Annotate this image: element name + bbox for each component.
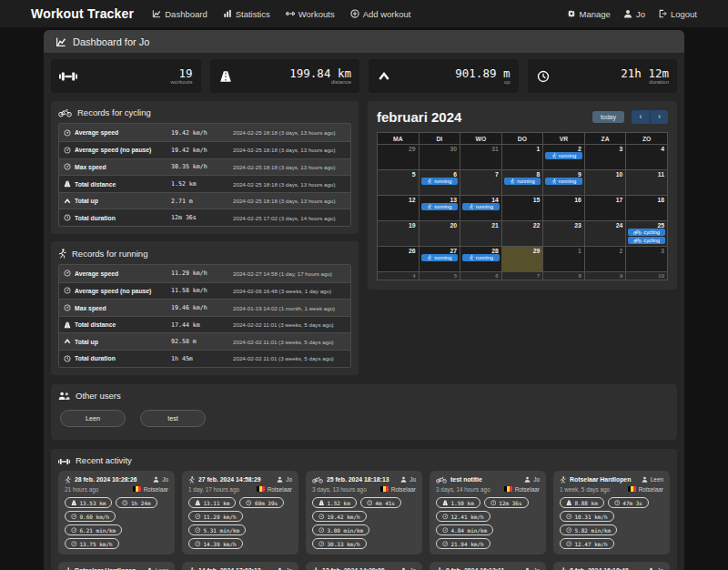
calendar-day-number: 21 (460, 221, 501, 229)
calendar-day-cell[interactable]: 9 (584, 272, 626, 280)
calendar-day-cell[interactable]: 8running (501, 170, 543, 196)
calendar-event-cycling[interactable]: cycling (628, 237, 665, 244)
activity-card[interactable]: 27 feb. 2024 14:58:29 Jo 1 day, 17 hours… (182, 471, 298, 555)
calendar-event-running[interactable]: running (545, 152, 582, 159)
calendar-day-cell[interactable]: 6 (460, 272, 502, 280)
calendar-day-cell[interactable]: 3 (584, 145, 626, 170)
duration-badge: 47m 3s (608, 497, 649, 508)
calendar-day-cell[interactable]: 5 (378, 170, 420, 196)
record-label: Average speed (no pause) (75, 288, 151, 294)
calendar-day-cell[interactable]: 5 (419, 272, 460, 280)
nav-item-user[interactable]: Jo (623, 9, 645, 19)
calendar-event-running[interactable]: running (504, 178, 541, 185)
nav-item-workouts[interactable]: Workouts (286, 9, 335, 19)
pace-badge: 5.31 min/km (188, 524, 246, 535)
calendar-day-cell[interactable]: 30 (419, 145, 460, 170)
activity-card[interactable]: Rotselaar Hardlopen Leen 1 week, 5 days … (553, 471, 670, 555)
records-cycling-title-text: Records for cycling (77, 107, 151, 117)
record-value: 2.71 m (171, 198, 233, 205)
bike-icon (633, 229, 642, 235)
activity-card[interactable]: 8 feb. 2024 16:18:40 Jo 2 weeks, 6 days … (553, 562, 670, 570)
calendar-event-running[interactable]: running (462, 254, 500, 261)
calendar-day-cell[interactable]: 11 (626, 170, 668, 196)
calendar-day-cell[interactable]: 13running (419, 196, 460, 221)
calendar-event-cycling[interactable]: cycling (628, 229, 665, 236)
user-button-Leen[interactable]: Leen (60, 410, 126, 427)
calendar-day-cell[interactable]: 21 (460, 221, 502, 247)
calendar-day-number: 28 (460, 247, 501, 254)
calendar-day-number: 22 (502, 221, 543, 229)
calendar-day-cell[interactable]: 19 (378, 221, 420, 247)
calendar-event-running[interactable]: running (421, 203, 459, 210)
calendar-day-cell[interactable]: 27running (419, 247, 460, 272)
calendar-day-cell[interactable]: 1 (501, 145, 543, 170)
record-value: 12m 36s (171, 214, 233, 221)
nav-item-dashboard[interactable]: Dashboard (152, 9, 207, 19)
calendar-day-number: 5 (378, 170, 419, 178)
calendar-today-button[interactable]: today (592, 111, 624, 123)
calendar-day-cell[interactable]: 10 (584, 170, 626, 196)
calendar-day-cell[interactable]: 22 (501, 221, 543, 247)
calendar-day-cell[interactable]: 18 (626, 196, 668, 221)
person-icon (623, 9, 632, 18)
nav-item-statistics[interactable]: Statistics (223, 9, 270, 19)
calendar-prev-button[interactable]: ‹ (632, 110, 650, 124)
calendar-day-cell[interactable]: 25cyclingcycling (626, 221, 668, 247)
calendar-day-cell[interactable]: 26 (378, 247, 420, 272)
calendar-day-cell[interactable]: 29 (378, 145, 420, 170)
record-value: 11.29 km/h (171, 270, 233, 277)
calendar-day-cell[interactable]: 2 (584, 247, 626, 272)
calendar-day-cell[interactable]: 7 (460, 170, 502, 196)
calendar-day-cell[interactable]: 6running (419, 170, 460, 196)
activity-card[interactable]: 28 feb. 2024 10:28:26 Jo 21 hours ago Ro… (58, 471, 175, 555)
calendar-day-cell[interactable]: 4 (626, 145, 668, 170)
calendar-day-cell[interactable]: 9running (543, 170, 585, 196)
calendar-event-running[interactable]: running (545, 178, 582, 185)
calendar-day-cell[interactable]: 1 (543, 247, 585, 272)
calendar-day-cell[interactable]: 31 (460, 145, 502, 170)
calendar-day-cell[interactable]: 15 (501, 196, 543, 221)
user-button-test[interactable]: test (140, 410, 206, 427)
calendar-day-cell[interactable]: 16 (543, 196, 585, 221)
activity-card[interactable]: Rotselaar Hardlopen Leen 2 weeks ago Rot… (58, 562, 175, 570)
calendar-day-cell[interactable]: 28running (460, 247, 502, 272)
clock-icon (64, 355, 71, 362)
calendar-day-cell[interactable]: 2running (543, 145, 585, 170)
duration-icon (122, 500, 128, 506)
badge-value: 1h 24m (131, 500, 151, 506)
bike-icon (436, 476, 447, 483)
calendar-event-running[interactable]: running (421, 254, 459, 261)
activity-card[interactable]: 14 feb. 2024 17:03:13 Jo 2 weeks ago Rot… (182, 562, 298, 570)
nav-item-label: Add workout (363, 9, 411, 19)
calendar-day-cell[interactable]: 23 (543, 221, 585, 247)
calendar-day-number: 9 (585, 272, 626, 279)
nav-item-logout[interactable]: Logout (658, 9, 697, 19)
calendar-day-cell[interactable]: 14running (460, 196, 502, 221)
calendar-day-cell[interactable]: 17 (584, 196, 626, 221)
calendar-day-cell[interactable]: 7 (501, 272, 543, 280)
nav-item-manage[interactable]: Manage (567, 9, 611, 19)
badge-value: 9.60 km/h (80, 514, 110, 520)
calendar-day-cell[interactable]: 8 (543, 272, 585, 280)
calendar-day-cell[interactable]: 3 (626, 247, 668, 272)
calendar-event-running[interactable]: running (462, 203, 500, 210)
calendar-day-cell[interactable]: 4 (378, 272, 420, 280)
calendar-day-number: 8 (502, 170, 543, 178)
calendar-day-cell[interactable]: 20 (419, 221, 460, 247)
record-value: 30.35 km/h (171, 163, 233, 170)
activity-card[interactable]: test notitie Jo 3 days, 14 hours ago Rot… (430, 471, 546, 555)
max-speed-icon (442, 541, 449, 547)
calendar-day-cell[interactable]: 12 (378, 196, 420, 221)
activity-card[interactable]: 13 feb. 2024 14:20:00 Jo 2 weeks, 1 day … (306, 562, 422, 570)
chart-line-icon (152, 9, 161, 18)
recent-activity-title: Recent activity (58, 455, 670, 465)
activity-card[interactable]: 9 feb. 2024 16:12:11 Jo 2 weeks, 5 days … (430, 562, 546, 570)
record-row: Max speed 30.35 km/h 2024-02-25 18:18 (3… (59, 158, 350, 176)
calendar-event-running[interactable]: running (421, 178, 459, 185)
nav-item-add-workout[interactable]: Add workout (350, 9, 411, 19)
activity-card[interactable]: 25 feb. 2024 18:18:13 Jo 3 days, 13 hour… (306, 471, 422, 555)
calendar-day-cell[interactable]: 10 (626, 272, 668, 280)
calendar-next-button[interactable]: › (650, 110, 668, 124)
calendar-day-cell[interactable]: 29 (501, 247, 543, 272)
calendar-day-cell[interactable]: 24 (584, 221, 626, 247)
